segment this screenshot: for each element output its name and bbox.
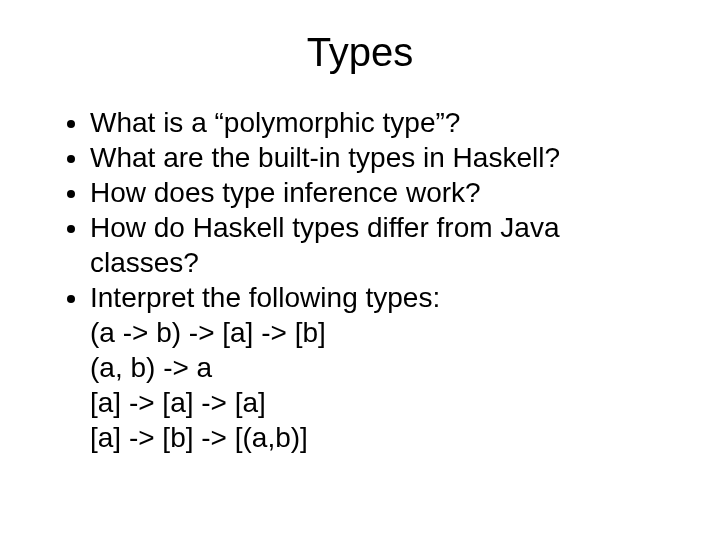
list-item-text: Interpret the following types: — [90, 282, 440, 313]
type-signatures: (a -> b) -> [a] -> [b] (a, b) -> a [a] -… — [90, 315, 670, 455]
slide-title: Types — [50, 30, 670, 75]
type-signature: (a -> b) -> [a] -> [b] — [90, 315, 670, 350]
list-item: What is a “polymorphic type”? — [90, 105, 670, 140]
type-signature: (a, b) -> a — [90, 350, 670, 385]
slide: Types What is a “polymorphic type”? What… — [0, 0, 720, 540]
bullet-list: What is a “polymorphic type”? What are t… — [50, 105, 670, 455]
type-signature: [a] -> [a] -> [a] — [90, 385, 670, 420]
list-item: How does type inference work? — [90, 175, 670, 210]
list-item: What are the built-in types in Haskell? — [90, 140, 670, 175]
list-item: How do Haskell types differ from Java cl… — [90, 210, 670, 280]
list-item: Interpret the following types: (a -> b) … — [90, 280, 670, 455]
type-signature: [a] -> [b] -> [(a,b)] — [90, 420, 670, 455]
